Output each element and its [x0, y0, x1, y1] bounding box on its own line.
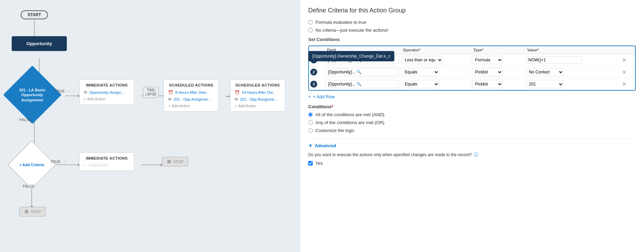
conditions-met-section: Conditions* All of the conditions are me… [308, 104, 636, 133]
add-criteria-label: + Add Criteria [19, 163, 44, 167]
row-1-value-input[interactable] [526, 56, 582, 64]
add-action-btn-2[interactable]: + Add Action [168, 104, 214, 108]
flow-container: START Opportunity 201 - LA Basin Opportu… [7, 7, 293, 231]
search-icon-2: 🔍 [356, 70, 362, 74]
row-1-value [524, 54, 619, 66]
decision-label: 201 - LA Basin Opportunity Assignment [18, 86, 47, 104]
time-lapse-badge: TIME LAPSE [143, 87, 159, 98]
row-3-num: 3 [309, 78, 324, 90]
conditions-custom-label: Customize the logic [315, 128, 354, 133]
add-action-btn-4[interactable]: + + Add Action [84, 163, 130, 167]
decision-diamond[interactable]: 201 - LA Basin Opportunity Assignment [3, 65, 62, 124]
opportunity-node[interactable]: Opportunity [12, 36, 67, 51]
col-value: Value* [524, 46, 619, 54]
radio-formula-input[interactable] [308, 20, 313, 24]
row-1-type-select[interactable]: Formula [472, 56, 503, 64]
table-row: 3 [Opportunity]... 🔍 Equals [309, 78, 635, 90]
row-2-value-select[interactable]: No Contact [526, 68, 564, 76]
radio-formula-label: Formula evaluates to true [315, 20, 366, 25]
radio-no-criteria-label: No criteria—just execute the actions! [315, 28, 388, 33]
row-2-field-input[interactable]: [Opportunity]... 🔍 [326, 68, 399, 76]
scheduled-actions-1: SCHEDULED ACTIONS ⏰ 8 Hours After Own...… [164, 79, 219, 112]
row-2-remove-btn[interactable]: ✕ [621, 69, 628, 75]
row-1-operator-select[interactable]: Less than or equ [402, 56, 443, 64]
info-icon[interactable]: ⓘ [474, 152, 478, 158]
advanced-toggle[interactable]: ▼ Advanced [308, 143, 636, 148]
row-3-remove-btn[interactable]: ✕ [621, 81, 628, 88]
add-action-btn-1[interactable]: + Add Action [84, 97, 130, 101]
col-type: Type* [470, 46, 524, 54]
yes-checkbox[interactable] [308, 161, 313, 165]
scheduled-action-item-2-1[interactable]: ⏰ 24 Hours After Ow... [235, 90, 281, 95]
col-remove [619, 46, 635, 54]
conditions-or-radio[interactable] [308, 120, 313, 125]
criteria-radio-group: Formula evaluates to true No criteria—ju… [308, 20, 636, 33]
conditions-custom-radio[interactable] [308, 128, 313, 133]
row-3-field-input[interactable]: [Opportunity]... 🔍 [326, 80, 399, 88]
set-conditions-label: Set Conditions [308, 37, 636, 42]
conditions-and-option[interactable]: All of the conditions are met (AND) [308, 112, 636, 117]
radio-no-criteria-input[interactable] [308, 28, 313, 32]
plus-icon-2: + [168, 104, 170, 108]
advanced-section: ▼ Advanced Do you want to execute the ac… [308, 139, 636, 166]
radio-formula[interactable]: Formula evaluates to true [308, 20, 636, 25]
add-criteria-diamond[interactable]: + Add Criteria [7, 140, 56, 189]
field-tooltip: [Opportunity].Ownership_Change_Dat e_c [308, 51, 394, 61]
yes-label: Yes [315, 161, 323, 166]
immediate-action-item-1[interactable]: ✉ Opportunity Assign... [84, 90, 130, 95]
row-3-type-select[interactable]: Picklist [472, 80, 503, 88]
false-label-1: FALSE [19, 117, 31, 122]
plus-icon-4: + [84, 163, 86, 167]
row-1-remove: ✕ [619, 54, 635, 66]
add-criteria-diamond-container: + Add Criteria TRUE → FALSE [14, 148, 49, 182]
yes-checkbox-row: Yes [308, 161, 636, 166]
row-3-type: Picklist [470, 78, 524, 90]
true-label-1: TRUE → [54, 89, 70, 93]
conditions-and-label: All of the conditions are met (AND) [315, 112, 384, 117]
scheduled-action-item-2-2[interactable]: ✉ 201 - Opp Assignme... [235, 97, 281, 102]
row-3-value-select[interactable]: 201 [526, 80, 564, 88]
row-2-type-select[interactable]: Picklist [472, 68, 503, 76]
conditions-and-radio[interactable] [308, 112, 313, 117]
email-icon-2: ✉ [168, 97, 172, 102]
criteria-panel: [Opportunity].Ownership_Change_Dat e_c D… [300, 0, 644, 252]
row-2-operator: Equals [400, 66, 470, 78]
row-1-type: Formula [470, 54, 524, 66]
conditions-met-label: Conditions* [308, 104, 636, 109]
row-1-remove-btn[interactable]: ✕ [621, 57, 628, 63]
email-icon-3: ✉ [235, 97, 238, 102]
conditions-or-option[interactable]: Any of the conditions are met (OR) [308, 120, 636, 125]
row-2-num: 2 [309, 66, 324, 78]
row-2-operator-select[interactable]: Equals [402, 68, 439, 76]
plus-icon-1: + [84, 97, 86, 101]
add-action-btn-3[interactable]: + Add Action [235, 104, 281, 108]
table-row: 2 [Opportunity]... 🔍 Equals [309, 66, 635, 78]
row-3-operator: Equals [400, 78, 470, 90]
scheduled-action-item-1-2[interactable]: ✉ 201 - Opp Assignme... [168, 97, 214, 102]
chevron-down-icon: ▼ [308, 143, 313, 148]
add-row-btn[interactable]: + + Add Row [308, 94, 335, 99]
row-3-operator-select[interactable]: Equals [402, 80, 439, 88]
row-3-remove: ✕ [619, 78, 635, 90]
false-label-2: FALSE [23, 183, 34, 189]
immediate-actions-1-header: IMMEDIATE ACTIONS [84, 83, 130, 87]
col-operator: Operator* [400, 46, 470, 54]
scheduled-actions-2: SCHEDULED ACTIONS ⏰ 24 Hours After Ow...… [230, 79, 285, 112]
clock-icon-1: ⏰ [168, 90, 173, 95]
conditions-custom-option[interactable]: Customize the logic [308, 128, 636, 133]
scheduled-action-item-1-1[interactable]: ⏰ 8 Hours After Own... [168, 90, 214, 95]
immediate-actions-2-header: IMMEDIATE ACTIONS [84, 156, 130, 160]
scheduled-actions-1-header: SCHEDULED ACTIONS [168, 83, 214, 87]
row-3-value: 201 [524, 78, 619, 90]
plus-icon-3: + [235, 104, 237, 108]
flow-panel: START Opportunity 201 - LA Basin Opportu… [0, 0, 300, 252]
plus-icon-add-row: + [308, 94, 311, 99]
stop-label-2: ⏹ STOP [19, 207, 45, 216]
radio-no-criteria[interactable]: No criteria—just execute the actions! [308, 28, 636, 33]
start-node: START [21, 10, 48, 19]
clock-icon-2: ⏰ [235, 90, 240, 95]
row-2-remove: ✕ [619, 66, 635, 78]
immediate-actions-1: IMMEDIATE ACTIONS ✉ Opportunity Assign..… [79, 79, 134, 105]
decision-diamond-container: 201 - LA Basin Opportunity Assignment TR… [12, 74, 53, 115]
execute-question: Do you want to execute the actions only … [308, 152, 636, 158]
